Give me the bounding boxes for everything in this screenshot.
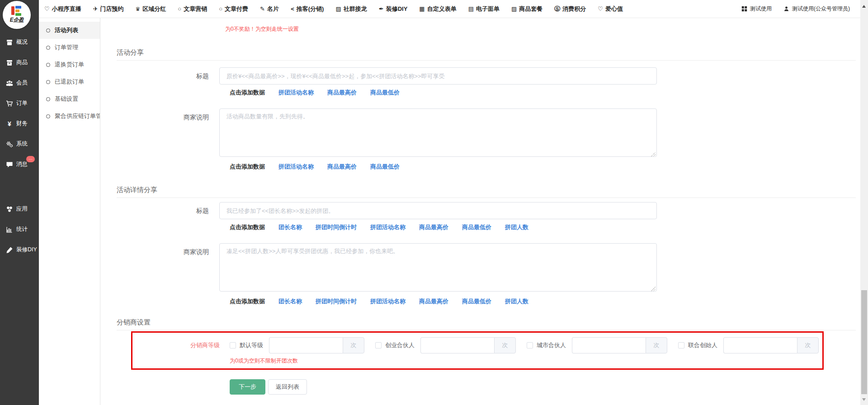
add-data-link[interactable]: 拼团活动名称 <box>278 163 314 171</box>
nav-item-label: 消费积分 <box>562 5 586 13</box>
add-data-link[interactable]: 拼团时间倒计时 <box>316 297 357 306</box>
distributor-level-group: 创业合伙人 次 <box>375 337 516 353</box>
main-content: 为0不奖励！为空则走统一设置 活动分享 标题 点击添加数据 拼团活动名称商品最高… <box>100 18 860 405</box>
add-data-link[interactable]: 商品最高价 <box>327 89 357 97</box>
add-data-link[interactable]: 团长名称 <box>278 223 302 231</box>
logo-mark-icon <box>11 6 22 16</box>
nav-item[interactable]: 文章付费 <box>219 5 248 13</box>
scroll-up-arrow-icon[interactable] <box>862 5 866 8</box>
sidebar-item-members[interactable]: 会员 <box>0 73 39 93</box>
account-menu[interactable]: 测试使用(公众号管理员) <box>783 5 850 13</box>
header-user-area: 测试使用 测试使用(公众号管理员) <box>741 5 868 13</box>
add-data-link[interactable]: 拼团活动名称 <box>370 223 406 231</box>
open-count-input[interactable] <box>420 337 494 353</box>
submenu-item[interactable]: 退换货订单 <box>39 56 100 73</box>
account-label: 测试使用(公众号管理员) <box>792 5 850 13</box>
nav-item[interactable]: 爱心值 <box>598 5 623 13</box>
section-title-activity-detail-share: 活动详情分享 <box>117 186 856 198</box>
add-data-link[interactable]: 商品最低价 <box>462 223 491 231</box>
level-checkbox[interactable] <box>527 342 533 348</box>
level-checkbox[interactable] <box>375 342 382 348</box>
nav-item[interactable]: 消费积分 <box>554 5 586 13</box>
add-data-link[interactable]: 团长名称 <box>278 297 302 306</box>
user-icon <box>783 6 789 12</box>
sidebar-item-diy[interactable]: 装修DIY <box>0 240 39 260</box>
level-checkbox[interactable] <box>230 342 236 348</box>
nav-item-label: 装修DIY <box>386 5 408 13</box>
heart-icon <box>598 6 603 12</box>
submenu-item[interactable]: 已退款订单 <box>39 73 100 90</box>
nav-item[interactable]: 自定义表单 <box>419 5 456 13</box>
submenu-item[interactable]: 活动列表 <box>39 22 100 39</box>
add-data-link[interactable]: 商品最高价 <box>419 223 448 231</box>
sidebar-item-overview[interactable]: 概况 <box>0 32 39 52</box>
level-checkbox[interactable] <box>678 342 684 348</box>
radio-circle-icon <box>46 114 50 118</box>
add-data-link[interactable]: 拼团人数 <box>505 223 528 231</box>
vertical-scrollbar[interactable] <box>860 0 868 405</box>
add-data-link[interactable]: 商品最低价 <box>370 89 400 97</box>
detail-title-input[interactable] <box>219 202 657 219</box>
open-count-input[interactable] <box>269 337 343 353</box>
open-count-input[interactable] <box>572 337 646 353</box>
back-to-list-button[interactable]: 返回列表 <box>268 379 307 395</box>
level-checkbox-label: 创业合伙人 <box>385 341 415 349</box>
add-data-link[interactable]: 商品最低价 <box>462 297 491 306</box>
sidebar-item-apps[interactable]: 应用 <box>0 199 39 219</box>
add-data-link[interactable]: 商品最高价 <box>327 163 357 171</box>
sidebar-item-system[interactable]: 系统 <box>0 134 39 154</box>
distributor-level-group: 联合创始人 次 <box>678 337 819 353</box>
share-title-input[interactable] <box>219 67 657 85</box>
detail-desc-textarea[interactable] <box>219 243 657 292</box>
nav-item[interactable]: 文章营销 <box>178 5 207 13</box>
reward-hint-text: 为0不奖励！为空则走统一设置 <box>225 25 860 33</box>
sidebar-item-finance[interactable]: ¥ 财务 <box>0 113 39 134</box>
pen-icon <box>260 6 265 12</box>
sidebar-item-orders[interactable]: 订单 <box>0 93 39 113</box>
workspace-label: 测试使用 <box>750 5 772 13</box>
nav-item-label: 文章付费 <box>225 5 248 13</box>
add-data-link[interactable]: 拼团活动名称 <box>278 89 314 97</box>
distributor-level-group: 城市合伙人 次 <box>527 337 667 353</box>
nav-item[interactable]: 区域分红 <box>136 5 166 13</box>
orders-cart-icon <box>6 100 13 107</box>
nav-item[interactable]: 小程序直播 <box>44 5 81 13</box>
submenu-item-label: 活动列表 <box>55 26 78 34</box>
workspace-switcher[interactable]: 测试使用 <box>741 5 772 13</box>
nav-item[interactable]: 名片 <box>260 5 279 13</box>
add-data-link[interactable]: 拼团人数 <box>505 297 528 306</box>
goods-box-icon <box>6 59 13 66</box>
nav-item[interactable]: 推客(分销) <box>291 5 324 13</box>
open-count-input[interactable] <box>723 337 797 353</box>
times-unit-addon: 次 <box>343 337 364 353</box>
distributor-highlight-box: 分销商等级 默认等级 次 创业合伙人 次 <box>131 331 824 370</box>
add-data-link[interactable]: 商品最高价 <box>419 297 448 306</box>
nav-item[interactable]: 门店预约 <box>93 5 124 13</box>
nav-item-label: 自定义表单 <box>427 5 457 13</box>
sidebar-item-stats[interactable]: 统计 <box>0 219 39 240</box>
top-nav: 小程序直播 门店预约 区域分红 文章营销 文章付费 名片 推客(分销) 社群接龙… <box>39 5 741 13</box>
level-checkbox-label: 联合创始人 <box>688 341 717 349</box>
nav-item[interactable]: 电子面单 <box>468 5 500 13</box>
add-data-link[interactable]: 商品最低价 <box>370 163 400 171</box>
next-step-button[interactable]: 下一步 <box>230 379 265 395</box>
nav-item[interactable]: 社群接龙 <box>335 5 367 13</box>
scroll-down-arrow-icon[interactable] <box>862 398 866 401</box>
scrollbar-thumb[interactable] <box>861 290 867 394</box>
radio-circle-icon <box>46 97 50 101</box>
app-logo[interactable]: E企盈 <box>3 1 31 29</box>
radio-circle-icon <box>46 63 50 67</box>
nav-item[interactable]: 商品套餐 <box>511 5 542 13</box>
add-data-link[interactable]: 拼团活动名称 <box>370 297 406 306</box>
points-icon <box>554 6 560 12</box>
radio-circle-icon <box>46 46 50 50</box>
submenu-item[interactable]: 基础设置 <box>39 90 100 108</box>
submenu-item[interactable]: 订单管理 <box>39 39 100 56</box>
share-desc-textarea[interactable] <box>219 108 657 157</box>
open-count-hint-text: 为0或为空则不限制开团次数 <box>230 357 822 365</box>
sidebar-item-goods[interactable]: 商品 <box>0 52 39 73</box>
sidebar-item-messages[interactable]: 消息 … <box>0 154 39 174</box>
add-data-link[interactable]: 拼团时间倒计时 <box>316 223 357 231</box>
submenu-item[interactable]: 聚合供应链订单管 <box>39 108 100 125</box>
nav-item[interactable]: 装修DIY <box>379 5 408 13</box>
